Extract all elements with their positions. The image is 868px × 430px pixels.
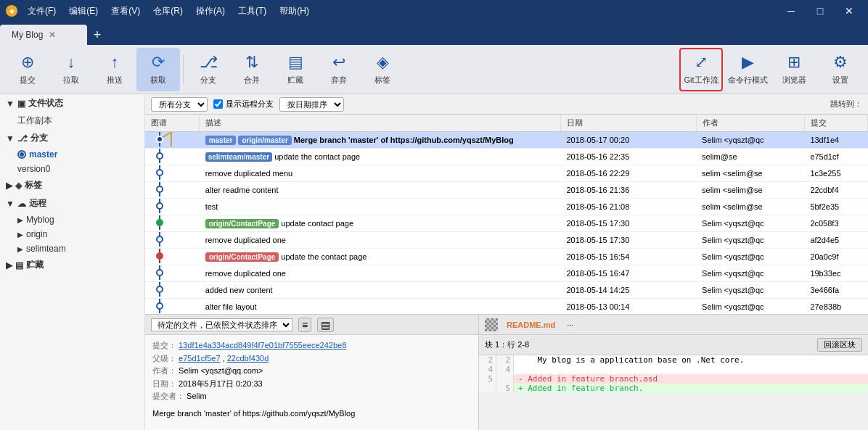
sidebar-header-filestatus[interactable]: ▼ ▣ 文件状态	[0, 94, 144, 112]
branches-label: 分支	[30, 132, 48, 144]
table-row[interactable]: added new content2018-05-14 14:25Selim <…	[145, 282, 868, 299]
table-row[interactable]: remove duplicated one2018-05-15 17:30Sel…	[145, 232, 868, 249]
tags-label: 标签	[25, 179, 42, 191]
hash-cell: af2d4e5	[804, 232, 867, 249]
toolbar-pull-button[interactable]: ↓ 拉取	[49, 48, 93, 91]
sidebar-item-master[interactable]: master	[0, 147, 144, 162]
diff-line-num-new	[496, 374, 514, 384]
sidebar-item-selimteam[interactable]: ▶ selimteam	[0, 241, 144, 256]
origin-label: origin	[26, 229, 47, 239]
table-row[interactable]: alter readme content2018-05-16 21:36seli…	[145, 182, 868, 199]
table-row[interactable]: origin/ContactPageupdate the contact pag…	[145, 249, 868, 265]
commit-controls: 所有分支 显示远程分支 按日期排序 跳转到：	[145, 94, 868, 115]
parent-hash-1[interactable]: e75d1cf5e7	[179, 354, 221, 363]
table-row[interactable]: masterorigin/masterMerge branch 'master'…	[145, 132, 868, 149]
commit-description: alter file layout	[205, 302, 257, 311]
tab-add-button[interactable]: +	[87, 25, 107, 45]
branch-label: 分支	[200, 75, 216, 86]
author-cell: selim <selim@se	[696, 165, 804, 182]
toolbar-merge-button[interactable]: ⇅ 合并	[230, 48, 274, 91]
commit-parent-line: 父级： e75d1cf5e7 , 22cdbf430d	[152, 352, 471, 365]
maximize-button[interactable]: □	[807, 1, 833, 21]
menu-file[interactable]: 文件(F)	[22, 4, 62, 19]
toolbar-settings-button[interactable]: ⚙ 设置	[819, 48, 862, 91]
view-toggle-button2[interactable]: ▤	[317, 318, 334, 332]
th-graph: 图谱	[145, 115, 200, 132]
rollback-button[interactable]: 回滚区块	[817, 338, 862, 352]
toolbar-discard-button[interactable]: ↩ 弃弃	[317, 48, 361, 91]
diff-line-num-new: 2	[496, 355, 514, 365]
hash-cell: 1c3e255	[804, 165, 867, 182]
sidebar-header-branches[interactable]: ▼ ⎇ 分支	[0, 129, 144, 147]
sidebar-header-remotes[interactable]: ▼ ☁ 远程	[0, 194, 144, 212]
sidebar-section-filestatus: ▼ ▣ 文件状态 工作副本	[0, 94, 144, 129]
svg-point-9	[157, 186, 163, 192]
diff-line-content	[514, 365, 518, 374]
table-row[interactable]: test2018-05-16 21:08selim <selim@se5bf2e…	[145, 199, 868, 215]
commit-date: 2018年5月17日 0:20:33	[179, 379, 263, 388]
close-button[interactable]: ✕	[836, 1, 862, 21]
show-remote-label: 显示远程分支	[226, 99, 274, 109]
ellipsis-menu[interactable]: ···	[567, 321, 573, 329]
menu-view[interactable]: 查看(V)	[105, 4, 146, 19]
commit-badge: selimteam/master	[205, 152, 273, 162]
stash-icon: ▤	[288, 53, 303, 72]
commit-date-line: 日期： 2018年5月17日 0:20:33	[152, 378, 471, 391]
commit-description: remove duplicated one	[205, 269, 286, 278]
minimize-button[interactable]: ─	[778, 1, 804, 21]
menu-repo[interactable]: 仓库(R)	[147, 4, 189, 19]
toolbar-tag-button[interactable]: ◈ 标签	[361, 48, 404, 91]
file-panel-filename: README.md	[507, 321, 555, 329]
hash-cell: e75d1cf	[804, 149, 867, 165]
diff-line-num-new: 5	[496, 384, 514, 393]
toolbar-gitflow-button[interactable]: ⤢ Git工作流	[679, 48, 723, 91]
diff-line-num-old: 2	[479, 355, 496, 365]
diff-content: 22 My blog is a application base on .Net…	[479, 355, 868, 430]
toolbar-browser-button[interactable]: ⊞ 浏览器	[772, 48, 816, 91]
diff-line-content: - Added in feature branch.asd	[514, 374, 658, 384]
tab-myblog[interactable]: My Blog ✕	[0, 25, 87, 45]
table-row[interactable]: alter file layout2018-05-13 00:14Selim <…	[145, 299, 868, 315]
commit-badge: origin/ContactPage	[205, 252, 279, 262]
toolbar-stash-button[interactable]: ▤ 贮藏	[274, 48, 317, 91]
tab-close-button[interactable]: ✕	[49, 30, 56, 40]
hash-cell: 13df1e4	[804, 132, 867, 149]
sidebar-item-origin[interactable]: ▶ origin	[0, 227, 144, 241]
table-row[interactable]: remove duplicated one2018-05-15 16:47Sel…	[145, 265, 868, 282]
branch-selector[interactable]: 所有分支	[151, 97, 208, 112]
commit-description: Merge branch 'master' of https://github.…	[294, 136, 514, 144]
file-icon	[485, 318, 498, 331]
master-label: master	[29, 149, 57, 160]
table-row[interactable]: remove duplicated menu2018-05-16 22:29se…	[145, 165, 868, 182]
table-row[interactable]: origin/ContactPageupdate contact page201…	[145, 215, 868, 232]
menu-tools[interactable]: 工具(T)	[232, 4, 272, 19]
main-layout: ▼ ▣ 文件状态 工作副本 ▼ ⎇ 分支 master version0	[0, 94, 868, 430]
commit-description: update the contact page	[274, 152, 360, 161]
view-toggle-button[interactable]: ≡	[298, 318, 311, 332]
sidebar-header-tags[interactable]: ▶ ◈ 标签	[0, 176, 144, 194]
hash-cell: 20a0c9f	[804, 249, 867, 265]
table-row[interactable]: selimteam/masterupdate the contact page2…	[145, 149, 868, 165]
toolbar-commit-button[interactable]: ⊕ 提交	[6, 48, 49, 91]
parent-hash-2[interactable]: 22cdbf430d	[227, 354, 269, 363]
toolbar-branch-button[interactable]: ⎇ 分支	[187, 48, 230, 91]
sidebar-item-myblog[interactable]: ▶ Myblog	[0, 212, 144, 227]
diff-line: 5- Added in feature branch.asd	[479, 374, 868, 384]
desc-cell: remove duplicated menu	[200, 165, 561, 182]
sidebar-header-stashes[interactable]: ▶ ▤ 贮藏	[0, 256, 144, 274]
toolbar-fetch-button[interactable]: ⟳ 获取	[136, 48, 180, 91]
menu-edit[interactable]: 编辑(E)	[63, 4, 104, 19]
toolbar-push-button[interactable]: ↑ 推送	[93, 48, 136, 91]
sort-selector[interactable]: 按日期排序	[279, 97, 344, 112]
commit-hash-link[interactable]: 13df1e4a334acd849f4f7e01bf7555eece242be8	[179, 341, 346, 350]
diff-line: 22 My blog is a application base on .Net…	[479, 355, 868, 365]
commit-author: Selim <yqszt@qq.com>	[179, 366, 263, 375]
show-remote-checkbox-label[interactable]: 显示远程分支	[213, 99, 274, 109]
commit-info-sort-select[interactable]: 待定的文件，已依照文件状态排序	[151, 318, 292, 331]
toolbar-terminal-button[interactable]: ▶ 命令行模式	[726, 48, 769, 91]
sidebar-item-version0[interactable]: version0	[0, 162, 144, 176]
menu-action[interactable]: 操作(A)	[190, 4, 231, 19]
sidebar-item-workingcopy[interactable]: 工作副本	[0, 112, 144, 129]
menu-help[interactable]: 帮助(H)	[274, 4, 315, 19]
show-remote-checkbox[interactable]	[213, 99, 223, 109]
